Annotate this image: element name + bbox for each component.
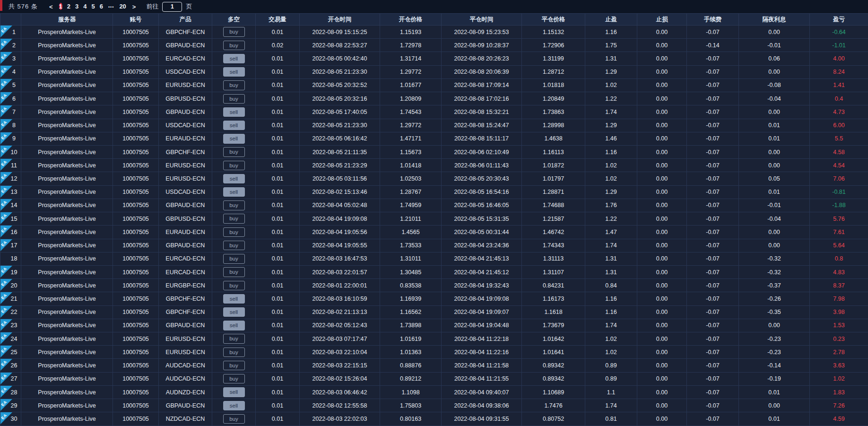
direction-badge[interactable]: sell xyxy=(223,121,245,130)
direction-badge[interactable]: buy xyxy=(223,41,245,50)
page-button-1[interactable]: 1 xyxy=(59,3,62,10)
next-page-icon[interactable]: > xyxy=(132,3,136,10)
table-row[interactable]: EA 4 ProsperoMarkets-Live 10007505 USDCA… xyxy=(0,65,868,78)
table-row[interactable]: EA 11 ProsperoMarkets-Live 10007505 EURU… xyxy=(0,159,868,172)
table-row[interactable]: EA 14 ProsperoMarkets-Live 10007505 GBPA… xyxy=(0,199,868,212)
table-row[interactable]: EA 5 ProsperoMarkets-Live 10007505 EURUS… xyxy=(0,78,868,92)
account-cell: 10007505 xyxy=(113,172,159,185)
page-button-20[interactable]: 20 xyxy=(119,3,126,10)
direction-badge[interactable]: buy xyxy=(223,361,245,370)
direction-badge[interactable]: sell xyxy=(223,387,245,397)
product-cell: GBPAUD-ECN xyxy=(159,39,212,52)
page-button-4[interactable]: 4 xyxy=(83,3,87,10)
direction-badge[interactable]: buy xyxy=(223,374,245,383)
column-header-12: 手续费 xyxy=(687,14,739,26)
product-cell: AUDNZD-ECN xyxy=(159,385,212,399)
volume-cell: 0.01 xyxy=(256,185,300,199)
table-row[interactable]: EA 30 ProsperoMarkets-Live 10007505 NZDC… xyxy=(0,412,868,426)
table-row[interactable]: EA 10 ProsperoMarkets-Live 10007505 GBPC… xyxy=(0,145,868,158)
page-button-5[interactable]: 5 xyxy=(91,3,95,10)
table-row[interactable]: EA 3 ProsperoMarkets-Live 10007505 EURCA… xyxy=(0,52,868,65)
table-row[interactable]: EA 7 ProsperoMarkets-Live 10007505 GBPAU… xyxy=(0,105,868,119)
open-price-cell: 1.29772 xyxy=(380,119,442,132)
stop-loss-cell: 0.00 xyxy=(637,226,687,239)
table-row[interactable]: EA 15 ProsperoMarkets-Live 10007505 GBPU… xyxy=(0,212,868,226)
table-row[interactable]: EA 9 ProsperoMarkets-Live 10007505 EURAU… xyxy=(0,132,868,145)
table-row[interactable]: EA 1 ProsperoMarkets-Live 10007505 GBPCH… xyxy=(0,26,868,39)
open-price-cell: 1.01363 xyxy=(380,346,442,359)
table-row[interactable]: EA 12 ProsperoMarkets-Live 10007505 EURU… xyxy=(0,172,868,185)
table-row[interactable]: EA 28 ProsperoMarkets-Live 10007505 AUDN… xyxy=(0,385,868,399)
product-cell: EURUSD-ECN xyxy=(159,78,212,92)
account-cell: 10007505 xyxy=(113,239,159,252)
direction-badge[interactable]: buy xyxy=(223,254,245,263)
table-row[interactable]: EA 29 ProsperoMarkets-Live 10007505 GBPA… xyxy=(0,399,868,412)
goto-page-input[interactable] xyxy=(162,2,182,12)
table-row[interactable]: EA 23 ProsperoMarkets-Live 10007505 GBPA… xyxy=(0,319,868,332)
direction-badge[interactable]: buy xyxy=(223,80,245,90)
table-row[interactable]: EA 22 ProsperoMarkets-Live 10007505 GBPC… xyxy=(0,305,868,319)
direction-badge[interactable]: buy xyxy=(223,147,245,156)
prev-page-icon[interactable]: < xyxy=(49,3,53,10)
table-row[interactable]: EA 8 ProsperoMarkets-Live 10007505 USDCA… xyxy=(0,119,868,132)
direction-badge[interactable]: buy xyxy=(223,281,245,290)
direction-badge[interactable]: sell xyxy=(223,54,245,63)
direction-badge[interactable]: buy xyxy=(223,241,245,250)
swap-cell: 0.00 xyxy=(739,65,810,78)
pager: < 123456•••20 > xyxy=(45,2,140,11)
direction-badge[interactable]: sell xyxy=(223,134,245,143)
row-number-cell: EA 27 xyxy=(0,372,21,385)
direction-cell: sell xyxy=(212,319,256,332)
open-time-cell: 2022-08-05 21:23:30 xyxy=(300,65,380,78)
close-time-cell: 2022-08-05 16:54:16 xyxy=(442,185,522,199)
page-button-3[interactable]: 3 xyxy=(75,3,78,10)
table-row[interactable]: EA 20 ProsperoMarkets-Live 10007505 EURG… xyxy=(0,279,868,292)
direction-badge[interactable]: buy xyxy=(223,267,245,277)
direction-badge[interactable]: buy xyxy=(223,200,245,210)
direction-badge[interactable]: buy xyxy=(223,414,245,424)
commission-cell: -0.07 xyxy=(687,26,739,39)
account-cell: 10007505 xyxy=(113,385,159,399)
direction-badge[interactable]: buy xyxy=(223,227,245,237)
direction-badge[interactable]: buy xyxy=(223,334,245,343)
table-row[interactable]: EA 25 ProsperoMarkets-Live 10007505 EURU… xyxy=(0,346,868,359)
direction-badge[interactable]: sell xyxy=(223,294,245,304)
direction-badge[interactable]: sell xyxy=(223,307,245,317)
account-cell: 10007505 xyxy=(113,359,159,372)
direction-badge[interactable]: buy xyxy=(223,94,245,104)
table-row[interactable]: EA 27 ProsperoMarkets-Live 10007505 AUDC… xyxy=(0,372,868,385)
page-button-2[interactable]: 2 xyxy=(67,3,70,10)
table-row[interactable]: EA 6 ProsperoMarkets-Live 10007505 GBPUS… xyxy=(0,92,868,105)
close-price-cell: 1.31107 xyxy=(522,265,585,278)
direction-badge[interactable]: sell xyxy=(223,187,245,197)
direction-cell: sell xyxy=(212,119,256,132)
direction-badge[interactable]: sell xyxy=(223,67,245,77)
table-row[interactable]: EA 2 ProsperoMarkets-Live 10007505 GBPAU… xyxy=(0,39,868,52)
direction-badge[interactable]: sell xyxy=(223,401,245,410)
product-cell: GBPUSD-ECN xyxy=(159,212,212,226)
direction-badge[interactable]: buy xyxy=(223,348,245,357)
table-row[interactable]: EA 16 ProsperoMarkets-Live 10007505 EURA… xyxy=(0,226,868,239)
table-row[interactable]: EA 17 ProsperoMarkets-Live 10007505 GBPA… xyxy=(0,239,868,252)
direction-badge[interactable]: buy xyxy=(223,27,245,36)
page-button-6[interactable]: 6 xyxy=(100,3,103,10)
table-row[interactable]: EA 13 ProsperoMarkets-Live 10007505 USDC… xyxy=(0,185,868,199)
direction-badge[interactable]: sell xyxy=(223,321,245,330)
table-row[interactable]: EA 26 ProsperoMarkets-Live 10007505 AUDC… xyxy=(0,359,868,372)
table-row[interactable]: EA 21 ProsperoMarkets-Live 10007505 GBPC… xyxy=(0,292,868,305)
product-cell: GBPAUD-ECN xyxy=(159,319,212,332)
stop-loss-cell: 0.00 xyxy=(637,26,687,39)
table-row[interactable]: EA 18 ProsperoMarkets-Live 10007505 EURC… xyxy=(0,252,868,265)
more-pages-icon[interactable]: ••• xyxy=(108,5,114,9)
product-cell: GBPCHF-ECN xyxy=(159,305,212,319)
row-number: 23 xyxy=(4,322,17,329)
table-row[interactable]: EA 19 ProsperoMarkets-Live 10007505 EURC… xyxy=(0,265,868,278)
direction-badge[interactable]: buy xyxy=(223,161,245,170)
direction-badge[interactable]: sell xyxy=(223,174,245,183)
swap-cell: 0.00 xyxy=(739,145,810,158)
direction-cell: buy xyxy=(212,226,256,239)
direction-badge[interactable]: buy xyxy=(223,214,245,223)
table-row[interactable]: EA 24 ProsperoMarkets-Live 10007505 EURU… xyxy=(0,332,868,346)
direction-badge[interactable]: sell xyxy=(223,107,245,117)
profit-cell: 1.02 xyxy=(810,372,868,385)
